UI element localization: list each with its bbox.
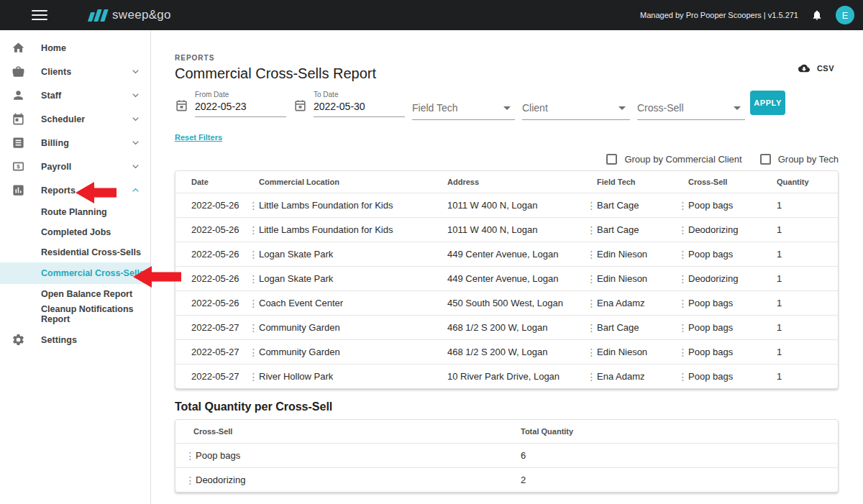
kebab-menu-icon[interactable]: ⋮ xyxy=(677,322,688,334)
sidebar-item-route-planning[interactable]: Route Planning xyxy=(0,202,150,222)
svg-text:$: $ xyxy=(17,163,20,170)
kebab-menu-icon[interactable]: ⋮ xyxy=(677,249,688,260)
kebab-menu-icon[interactable]: ⋮ xyxy=(677,298,688,309)
briefcase-icon xyxy=(11,65,25,79)
annotation-arrow-reports xyxy=(76,182,117,203)
field-tech-select[interactable]: Field Tech xyxy=(412,102,515,120)
table-row: 2022-05-26 ⋮Little Lambs Foundation for … xyxy=(175,193,838,217)
cross-sell-select[interactable]: Cross-Sell xyxy=(637,102,745,120)
kebab-menu-icon[interactable]: ⋮ xyxy=(185,475,196,486)
kebab-menu-icon[interactable]: ⋮ xyxy=(586,249,597,260)
filters-row: From Date 2022-05-23 To Date 2022-05-30 … xyxy=(175,91,839,120)
chevron-down-icon xyxy=(129,66,141,78)
kebab-menu-icon[interactable]: ⋮ xyxy=(586,371,597,382)
table-row: 2022-05-27 ⋮Community Garden 468 1/2 S 2… xyxy=(175,315,838,339)
sidebar-nav: Home Clients Staff Scheduler Billing $ P… xyxy=(0,30,151,504)
app-logo[interactable]: sweep&go xyxy=(89,8,171,22)
kebab-menu-icon[interactable]: ⋮ xyxy=(586,273,597,285)
cross-sells-table: Date Commercial Location Address Field T… xyxy=(175,170,839,389)
group-by-tech-option: Group by Tech xyxy=(760,154,839,165)
kebab-menu-icon[interactable]: ⋮ xyxy=(677,200,688,211)
bar-chart-icon xyxy=(11,183,25,198)
sidebar-item-settings[interactable]: Settings xyxy=(0,328,150,352)
page-title: Commercial Cross-Sells Report xyxy=(175,65,376,82)
from-date-value: 2022-05-23 xyxy=(195,101,286,112)
home-icon xyxy=(11,41,25,55)
managed-by-text: Managed by Pro Pooper Scoopers | v1.5.27… xyxy=(640,11,798,19)
main-content: REPORTS Commercial Cross-Sells Report CS… xyxy=(151,30,863,504)
user-avatar[interactable]: E xyxy=(836,6,854,24)
kebab-menu-icon[interactable]: ⋮ xyxy=(677,371,688,382)
client-select[interactable]: Client xyxy=(522,102,630,120)
kebab-menu-icon[interactable]: ⋮ xyxy=(677,273,688,285)
sidebar-item-clients[interactable]: Clients xyxy=(0,60,150,83)
totals-row: ⋮Poop bags 6 xyxy=(175,443,838,467)
gear-icon xyxy=(11,333,25,347)
brand-name: sweep&go xyxy=(112,8,171,22)
sidebar-item-scheduler[interactable]: Scheduler xyxy=(0,107,150,131)
chevron-down-icon xyxy=(129,114,141,125)
table-row: 2022-05-26 ⋮Little Lambs Foundation for … xyxy=(175,217,838,242)
totals-heading: Total Quantity per Cross-Sell xyxy=(175,400,839,413)
cloud-download-icon xyxy=(796,63,812,74)
top-app-bar: sweep&go Managed by Pro Pooper Scoopers … xyxy=(0,0,863,30)
sidebar-item-staff[interactable]: Staff xyxy=(0,83,150,107)
kebab-menu-icon[interactable]: ⋮ xyxy=(586,224,597,236)
from-date-field[interactable]: From Date 2022-05-23 xyxy=(175,91,286,117)
sidebar-item-completed-jobs[interactable]: Completed Jobs xyxy=(0,222,150,242)
kebab-menu-icon[interactable]: ⋮ xyxy=(677,224,688,236)
logo-bars-icon xyxy=(89,9,106,22)
chevron-down-icon xyxy=(129,90,141,101)
sidebar-item-commercial-cross-sells[interactable]: Commercial Cross-Sells xyxy=(0,262,150,284)
sidebar-item-cleanup-notifications-report[interactable]: Cleanup Notifications Report xyxy=(0,304,150,324)
kebab-menu-icon[interactable]: ⋮ xyxy=(248,347,259,358)
table-row: 2022-05-27 ⋮River Hollow Park 10 River P… xyxy=(175,364,838,388)
kebab-menu-icon[interactable]: ⋮ xyxy=(677,347,688,358)
sidebar-item-open-balance-report[interactable]: Open Balance Report xyxy=(0,284,150,304)
to-date-field[interactable]: To Date 2022-05-30 xyxy=(293,91,405,117)
group-by-tech-checkbox[interactable] xyxy=(760,154,771,165)
apply-button[interactable]: APPLY xyxy=(750,91,785,115)
kebab-menu-icon[interactable]: ⋮ xyxy=(586,200,597,211)
breadcrumb: REPORTS xyxy=(175,54,376,62)
table-header-row: Date Commercial Location Address Field T… xyxy=(175,171,838,193)
notifications-bell-icon[interactable] xyxy=(811,9,823,22)
kebab-menu-icon[interactable]: ⋮ xyxy=(185,450,196,462)
dropdown-arrow-icon xyxy=(618,106,626,110)
billing-document-icon xyxy=(11,136,25,150)
export-csv-button[interactable]: CSV xyxy=(796,63,834,74)
sidebar-item-residential-cross-sells[interactable]: Residential Cross-Sells xyxy=(0,242,150,262)
table-row: 2022-05-26 ⋮Logan Skate Park 449 Center … xyxy=(175,242,838,266)
kebab-menu-icon[interactable]: ⋮ xyxy=(248,298,259,309)
chevron-down-icon xyxy=(129,161,141,173)
payroll-dollar-icon: $ xyxy=(11,160,25,174)
calendar-icon xyxy=(293,98,307,112)
group-by-commercial-client-checkbox[interactable] xyxy=(606,154,617,165)
table-row: 2022-05-26 ⋮Logan Skate Park 449 Center … xyxy=(175,266,838,290)
reset-filters-link[interactable]: Reset Filters xyxy=(175,133,222,142)
kebab-menu-icon[interactable]: ⋮ xyxy=(248,224,259,236)
kebab-menu-icon[interactable]: ⋮ xyxy=(248,322,259,334)
sidebar-item-billing[interactable]: Billing xyxy=(0,131,150,155)
kebab-menu-icon[interactable]: ⋮ xyxy=(248,273,259,285)
sidebar-item-payroll[interactable]: $ Payroll xyxy=(0,155,150,178)
dropdown-arrow-icon xyxy=(503,106,511,110)
kebab-menu-icon[interactable]: ⋮ xyxy=(586,347,597,358)
kebab-menu-icon[interactable]: ⋮ xyxy=(586,322,597,334)
table-row: 2022-05-26 ⋮Coach Event Center 450 South… xyxy=(175,290,838,315)
calendar-icon xyxy=(175,98,188,112)
menu-icon[interactable] xyxy=(32,10,47,20)
annotation-arrow-commercial-cross-sells xyxy=(133,266,181,288)
kebab-menu-icon[interactable]: ⋮ xyxy=(248,371,259,382)
group-by-commercial-client-option: Group by Commercial Client xyxy=(606,154,741,165)
kebab-menu-icon[interactable]: ⋮ xyxy=(248,249,259,260)
sidebar-item-home[interactable]: Home xyxy=(0,36,150,60)
person-icon xyxy=(11,88,25,103)
totals-row: ⋮Deodorizing 2 xyxy=(175,467,838,492)
dropdown-arrow-icon xyxy=(734,106,741,110)
kebab-menu-icon[interactable]: ⋮ xyxy=(248,200,259,211)
table-row: 2022-05-27 ⋮Community Garden 468 1/2 S 2… xyxy=(175,339,838,364)
kebab-menu-icon[interactable]: ⋮ xyxy=(586,298,597,309)
chevron-up-icon xyxy=(129,185,141,196)
to-date-value: 2022-05-30 xyxy=(314,101,405,112)
